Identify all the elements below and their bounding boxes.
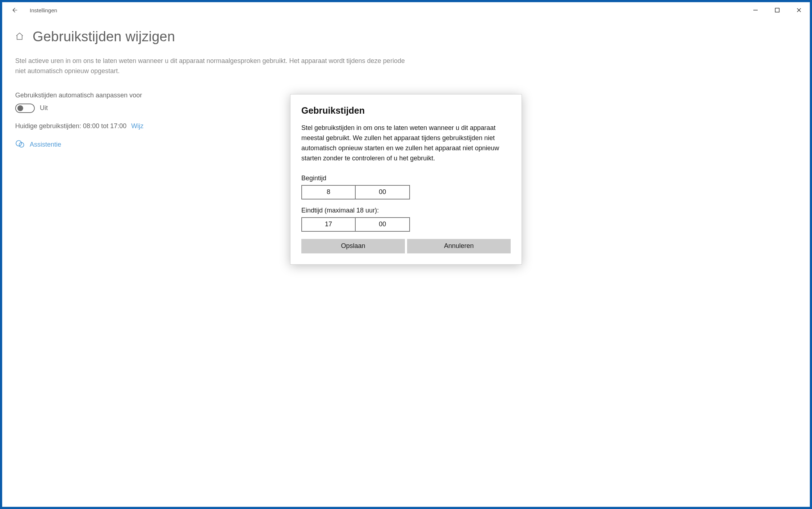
- end-minute-field[interactable]: 00: [356, 217, 410, 232]
- start-hour-field[interactable]: 8: [301, 185, 356, 199]
- active-hours-dialog: Gebruikstijden Stel gebruikstijden in om…: [290, 94, 522, 265]
- close-icon: [796, 8, 801, 13]
- titlebar: Instellingen: [2, 2, 810, 18]
- end-time-picker: 17 00: [301, 217, 511, 232]
- titlebar-left: Instellingen: [9, 4, 57, 16]
- start-minute-field[interactable]: 00: [356, 185, 410, 199]
- back-button[interactable]: [9, 4, 20, 16]
- end-hour-field[interactable]: 17: [301, 217, 356, 232]
- app-title: Instellingen: [30, 7, 57, 13]
- dialog-title: Gebruikstijden: [301, 105, 511, 116]
- close-button[interactable]: [788, 2, 810, 18]
- content-area: Gebruikstijden wijzigen Stel actieve ure…: [2, 18, 810, 507]
- dialog-description: Stel gebruikstijden in om ons te laten w…: [301, 123, 511, 164]
- settings-window: Instellingen Gebruikstijden wijzigen Ste…: [2, 2, 810, 507]
- maximize-button[interactable]: [766, 2, 788, 18]
- minimize-button[interactable]: [745, 2, 766, 18]
- window-controls: [745, 2, 810, 18]
- cancel-button[interactable]: Annuleren: [407, 239, 511, 253]
- start-time-picker: 8 00: [301, 185, 511, 199]
- end-time-label: Eindtijd (maximaal 18 uur):: [301, 207, 511, 214]
- minimize-icon: [753, 8, 758, 13]
- arrow-left-icon: [11, 7, 18, 13]
- svg-rect-1: [775, 8, 779, 12]
- save-button[interactable]: Opslaan: [301, 239, 405, 253]
- maximize-icon: [775, 8, 780, 13]
- dialog-buttons: Opslaan Annuleren: [301, 239, 511, 253]
- start-time-label: Begintijd: [301, 174, 511, 182]
